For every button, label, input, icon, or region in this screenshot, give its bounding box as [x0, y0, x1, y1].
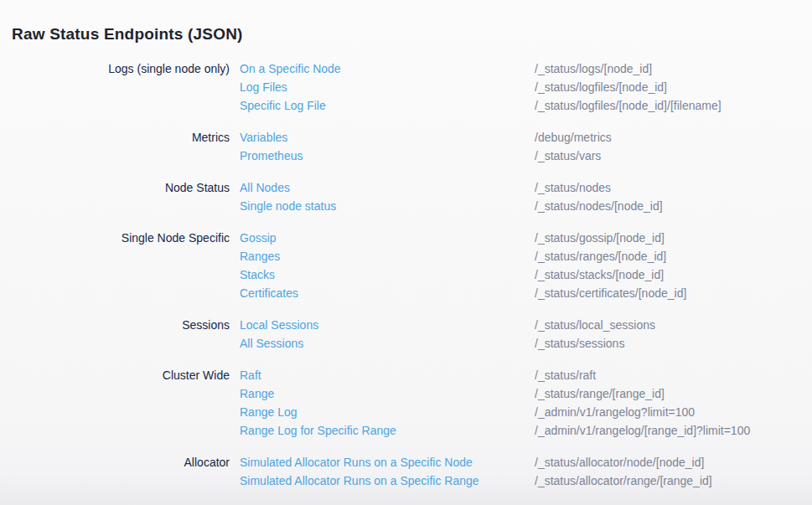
endpoint-path: /_admin/v1/rangelog?limit=100 — [535, 403, 812, 421]
endpoint-path: /_status/nodes/[node_id] — [535, 197, 812, 215]
endpoint-link[interactable]: All Nodes — [240, 178, 535, 197]
endpoint-link[interactable]: Range — [240, 384, 535, 403]
endpoint-link[interactable]: Local Sessions — [240, 316, 535, 334]
category-label: Metrics — [0, 128, 230, 147]
endpoint-link[interactable]: Single node status — [240, 197, 535, 215]
page-title: Raw Status Endpoints (JSON) — [0, 13, 812, 44]
endpoint-path: /_admin/v1/rangelog/[range_id]?limit=100 — [535, 421, 812, 440]
category-label: Single Node Specific — [0, 229, 230, 247]
category-label: Cluster Wide — [0, 366, 230, 384]
endpoint-link[interactable]: Range Log — [240, 403, 535, 421]
path-column: /debug/metrics /_status/vars — [535, 128, 812, 165]
endpoint-path: /_status/range/[range_id] — [535, 384, 812, 403]
endpoint-link[interactable]: Simulated Allocator Runs on a Specific N… — [240, 453, 535, 472]
endpoint-path: /_status/sessions — [535, 334, 812, 353]
path-column: /_status/gossip/[node_id] /_status/range… — [535, 229, 812, 302]
endpoint-group-allocator: Allocator Simulated Allocator Runs on a … — [0, 453, 812, 490]
endpoint-path: /debug/metrics — [535, 128, 812, 147]
link-column: Variables Prometheus — [240, 128, 535, 165]
endpoint-link[interactable]: Prometheus — [240, 147, 535, 165]
endpoint-link[interactable]: Simulated Allocator Runs on a Specific R… — [240, 472, 535, 490]
endpoint-path: /_status/stacks/[node_id] — [535, 265, 812, 284]
path-column: /_status/raft /_status/range/[range_id] … — [535, 366, 812, 440]
path-column: /_status/logs/[node_id] /_status/logfile… — [535, 59, 812, 115]
endpoint-group-logs: Logs (single node only) On a Specific No… — [0, 59, 812, 115]
link-column: All Nodes Single node status — [240, 178, 535, 215]
category-label: Sessions — [0, 316, 230, 334]
endpoint-link[interactable]: Range Log for Specific Range — [240, 421, 535, 440]
endpoint-link[interactable]: Variables — [240, 128, 535, 147]
path-column: /_status/local_sessions /_status/session… — [535, 316, 812, 353]
endpoint-link[interactable]: Gossip — [240, 229, 535, 247]
endpoint-path: /_status/logfiles/[node_id] — [535, 78, 812, 96]
endpoint-path: /_status/nodes — [535, 178, 812, 197]
category-label: Allocator — [0, 453, 230, 472]
link-column: Local Sessions All Sessions — [240, 316, 535, 353]
endpoint-path: /_status/gossip/[node_id] — [535, 229, 812, 247]
endpoint-path: /_status/local_sessions — [535, 316, 812, 334]
endpoint-path: /_status/raft — [535, 366, 812, 384]
endpoint-link[interactable]: Log Files — [240, 78, 535, 96]
endpoint-path: /_status/logfiles/[node_id]/[filename] — [535, 96, 812, 115]
endpoint-group-node-status: Node Status All Nodes Single node status… — [0, 178, 812, 215]
endpoint-link[interactable]: Raft — [240, 366, 535, 384]
endpoint-path: /_status/ranges/[node_id] — [535, 247, 812, 265]
endpoint-group-cluster-wide: Cluster Wide Raft Range Range Log Range … — [0, 366, 812, 440]
link-column: Raft Range Range Log Range Log for Speci… — [240, 366, 535, 440]
category-label: Logs (single node only) — [0, 59, 230, 78]
endpoint-group-sessions: Sessions Local Sessions All Sessions /_s… — [0, 316, 812, 353]
endpoint-link[interactable]: Ranges — [240, 247, 535, 265]
endpoint-path: /_status/allocator/range/[range_id] — [535, 472, 812, 490]
link-column: On a Specific Node Log Files Specific Lo… — [240, 59, 535, 115]
category-label: Node Status — [0, 178, 230, 197]
endpoint-group-metrics: Metrics Variables Prometheus /debug/metr… — [0, 128, 812, 165]
path-column: /_status/allocator/node/[node_id] /_stat… — [535, 453, 812, 490]
endpoint-path: /_status/vars — [535, 147, 812, 165]
endpoint-link[interactable]: All Sessions — [240, 334, 535, 353]
endpoint-link[interactable]: On a Specific Node — [240, 59, 535, 78]
endpoint-link[interactable]: Stacks — [240, 265, 535, 284]
link-column: Gossip Ranges Stacks Certificates — [240, 229, 535, 302]
endpoint-path: /_status/certificates/[node_id] — [535, 284, 812, 302]
endpoint-groups: Logs (single node only) On a Specific No… — [0, 59, 812, 490]
endpoint-path: /_status/allocator/node/[node_id] — [535, 453, 812, 472]
endpoint-link[interactable]: Certificates — [240, 284, 535, 302]
endpoint-path: /_status/logs/[node_id] — [535, 59, 812, 78]
endpoint-group-single-node-specific: Single Node Specific Gossip Ranges Stack… — [0, 229, 812, 302]
endpoint-link[interactable]: Specific Log File — [240, 96, 535, 115]
path-column: /_status/nodes /_status/nodes/[node_id] — [535, 178, 812, 215]
link-column: Simulated Allocator Runs on a Specific N… — [240, 453, 535, 490]
